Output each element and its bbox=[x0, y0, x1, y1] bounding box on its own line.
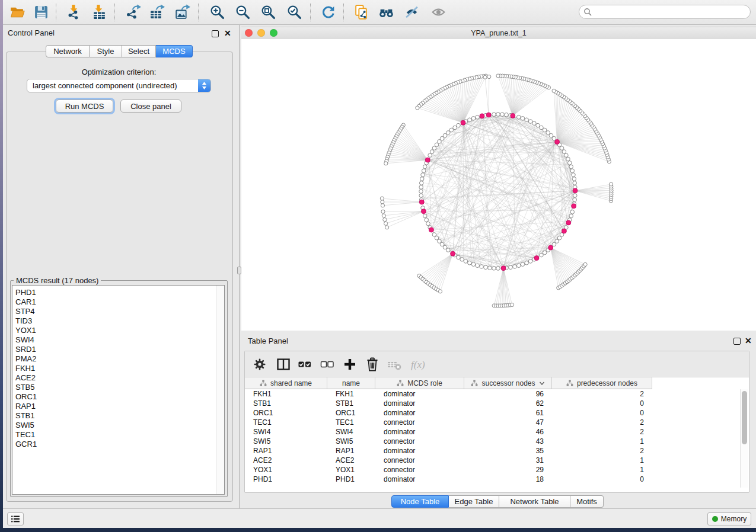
table-row[interactable]: YOX1YOX1connector291 bbox=[245, 465, 749, 475]
new-network-from-selection-icon[interactable] bbox=[352, 3, 370, 21]
tab-motifs[interactable]: Motifs bbox=[570, 495, 604, 508]
show-visual-icon[interactable] bbox=[429, 3, 447, 21]
mcds-result-item[interactable]: GCR1 bbox=[12, 440, 224, 449]
toolbar-separator bbox=[343, 4, 344, 21]
import-network-icon[interactable] bbox=[65, 3, 83, 21]
tab-select[interactable]: Select bbox=[122, 45, 156, 57]
tab-mcds[interactable]: MCDS bbox=[156, 45, 193, 57]
import-table-icon[interactable] bbox=[90, 3, 108, 21]
settings-icon[interactable] bbox=[251, 355, 269, 373]
close-panel-button[interactable]: Close panel bbox=[120, 100, 181, 113]
search-input[interactable] bbox=[592, 7, 750, 17]
table-row[interactable]: PHD1PHD1dominator180 bbox=[245, 475, 749, 484]
mcds-result-item[interactable]: YOX1 bbox=[12, 326, 224, 335]
deselect-all-icon[interactable] bbox=[318, 355, 336, 373]
panel-splitter[interactable] bbox=[237, 25, 241, 508]
control-panel-close-icon[interactable]: ✕ bbox=[224, 30, 231, 37]
table-tabs: Node TableEdge TableNetwork TableMotifs bbox=[391, 495, 604, 508]
mcds-result-item[interactable]: TEC1 bbox=[12, 430, 224, 440]
add-column-icon[interactable] bbox=[341, 355, 359, 373]
task-history-button[interactable] bbox=[7, 512, 24, 525]
run-mcds-button[interactable]: Run MCDS bbox=[56, 100, 113, 113]
table-cell: 96 bbox=[464, 390, 552, 398]
tab-network-table[interactable]: Network Table bbox=[499, 495, 570, 508]
mcds-result-item[interactable]: SRD1 bbox=[12, 345, 224, 354]
mcds-result-item[interactable]: FKH1 bbox=[12, 364, 224, 373]
mcds-result-item[interactable]: PMA2 bbox=[12, 354, 224, 364]
table-row[interactable]: ACE2ACE2connector311 bbox=[245, 456, 749, 465]
column-header-name[interactable]: name bbox=[327, 377, 375, 389]
table-row[interactable]: TEC1TEC1connector472 bbox=[245, 418, 749, 427]
table-cell: connector bbox=[375, 437, 464, 446]
table-row[interactable]: SWI5SWI5connector431 bbox=[245, 437, 749, 446]
mcds-result-item[interactable]: TID3 bbox=[12, 316, 224, 326]
memory-button[interactable]: Memory bbox=[707, 512, 751, 525]
table-row[interactable]: FKH1FKH1dominator962 bbox=[245, 389, 749, 399]
column-header-predecessor-nodes[interactable]: predecessor nodes bbox=[552, 377, 652, 389]
table-cell: 2 bbox=[552, 428, 652, 436]
table-cell: 1 bbox=[552, 456, 652, 464]
network-graph[interactable] bbox=[241, 39, 756, 331]
search-field[interactable] bbox=[579, 5, 751, 19]
mcds-result-item[interactable]: CAR1 bbox=[12, 297, 224, 307]
table-cell: connector bbox=[375, 418, 464, 427]
mcds-result-item[interactable]: ACE2 bbox=[12, 373, 224, 383]
apply-layout-icon[interactable] bbox=[319, 3, 337, 21]
tab-network[interactable]: Network bbox=[46, 45, 90, 57]
zoom-out-icon[interactable] bbox=[234, 3, 251, 21]
table-panel-close-icon[interactable]: ✕ bbox=[745, 337, 752, 344]
mcds-result-item[interactable]: SWI5 bbox=[12, 421, 224, 430]
table-cell: RAP1 bbox=[327, 447, 375, 455]
delete-column-icon[interactable] bbox=[363, 355, 381, 373]
mcds-result-list[interactable]: PHD1CAR1STP4TID3YOX1SWI4SRD1PMA2FKH1ACE2… bbox=[12, 285, 225, 495]
function-builder-icon: f(x) bbox=[409, 355, 426, 373]
table-row[interactable]: ORC1ORC1dominator610 bbox=[245, 408, 749, 418]
mcds-result-item[interactable]: ORC1 bbox=[12, 392, 224, 402]
control-panel-float-icon[interactable] bbox=[212, 30, 219, 37]
control-panel-tabs: NetworkStyleSelectMCDS bbox=[46, 45, 193, 57]
column-visibility-icon[interactable] bbox=[275, 355, 292, 373]
hide-visual-icon[interactable] bbox=[403, 3, 420, 21]
table-cell: 43 bbox=[464, 437, 552, 446]
splitter-handle[interactable] bbox=[237, 267, 241, 274]
tab-style[interactable]: Style bbox=[90, 45, 122, 57]
open-session-icon[interactable] bbox=[8, 3, 26, 21]
table-cell: connector bbox=[375, 456, 464, 464]
table-cell: 18 bbox=[464, 475, 552, 483]
table-row[interactable]: RAP1RAP1dominator352 bbox=[245, 446, 749, 456]
optimization-criterion-dropdown[interactable]: largest connected component (undirected) bbox=[27, 79, 211, 92]
svg-text:f(x): f(x) bbox=[411, 359, 425, 370]
sort-desc-icon bbox=[539, 381, 545, 386]
export-image-icon[interactable] bbox=[173, 3, 191, 21]
table-cell: ACE2 bbox=[245, 456, 327, 464]
find-icon[interactable] bbox=[377, 3, 395, 21]
list-icon bbox=[9, 513, 21, 525]
zoom-fit-icon[interactable] bbox=[259, 3, 277, 21]
table-row[interactable]: SWI4SWI4dominator462 bbox=[245, 427, 749, 437]
column-header-shared-name[interactable]: shared name bbox=[245, 377, 327, 389]
table-scrollbar-thumb[interactable] bbox=[742, 391, 747, 444]
save-session-icon[interactable] bbox=[32, 3, 50, 21]
mcds-result-item[interactable]: STP4 bbox=[12, 307, 224, 316]
mcds-result-item[interactable]: RAP1 bbox=[12, 402, 224, 411]
mcds-result-item[interactable]: SWI4 bbox=[12, 335, 224, 345]
column-header-MCDS-role[interactable]: MCDS role bbox=[375, 377, 464, 389]
control-panel-title: Control Panel bbox=[8, 28, 55, 37]
mcds-list-scrollbar[interactable] bbox=[216, 286, 224, 494]
table-cell: 47 bbox=[464, 418, 552, 427]
mcds-result-item[interactable]: STB5 bbox=[12, 383, 224, 392]
tab-node-table[interactable]: Node Table bbox=[391, 495, 449, 508]
select-all-icon[interactable] bbox=[296, 355, 314, 373]
column-header-successor-nodes[interactable]: successor nodes bbox=[464, 377, 552, 389]
zoom-in-icon[interactable] bbox=[208, 3, 226, 21]
table-row[interactable]: STB1STB1dominator620 bbox=[245, 399, 749, 408]
table-scrollbar[interactable] bbox=[740, 389, 748, 488]
table-panel-float-icon[interactable] bbox=[733, 338, 741, 345]
export-table-icon[interactable] bbox=[148, 3, 165, 21]
zoom-selected-icon[interactable] bbox=[285, 3, 303, 21]
network-canvas[interactable] bbox=[241, 39, 756, 331]
mcds-result-item[interactable]: PHD1 bbox=[12, 288, 224, 297]
mcds-result-item[interactable]: STB1 bbox=[12, 411, 224, 421]
export-network-icon[interactable] bbox=[124, 3, 142, 21]
tab-edge-table[interactable]: Edge Table bbox=[449, 495, 499, 508]
